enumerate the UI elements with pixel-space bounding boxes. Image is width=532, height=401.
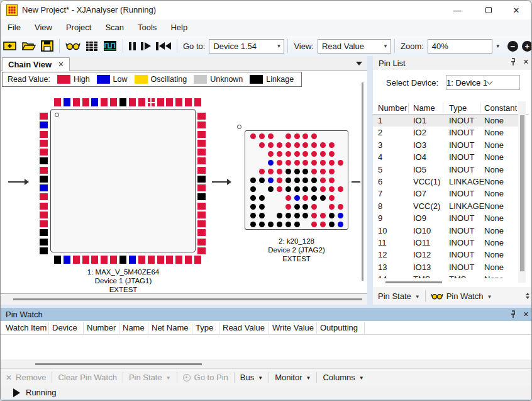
bga-ball[interactable] [285, 213, 291, 218]
chip-pin[interactable] [40, 121, 48, 128]
chip-pin[interactable] [197, 167, 206, 174]
bga-ball[interactable] [250, 222, 256, 227]
bga-ball[interactable] [250, 195, 256, 201]
chip-pin[interactable] [40, 203, 48, 210]
bga-ball[interactable] [268, 186, 274, 192]
bga-ball[interactable] [294, 160, 300, 166]
select-device-combo[interactable]: 1: Device 1 [446, 75, 520, 90]
tab-close-icon[interactable]: ✕ [58, 60, 64, 69]
bga-ball[interactable] [285, 222, 291, 227]
bga-ball[interactable] [285, 204, 291, 210]
chip-pin[interactable] [197, 113, 206, 120]
chip-pin[interactable] [73, 256, 80, 264]
chip-pin[interactable] [101, 98, 108, 106]
device1-body[interactable] [50, 109, 196, 252]
chip-pin[interactable] [40, 131, 48, 138]
bga-ball[interactable] [294, 222, 300, 227]
chip-pin[interactable] [197, 220, 206, 227]
pin-state-button[interactable]: Pin State [129, 373, 162, 382]
waveform-button[interactable] [101, 38, 119, 54]
chip-pin[interactable] [138, 256, 145, 264]
bga-ball[interactable] [250, 178, 256, 183]
table-row[interactable]: 2IO2INOUTNone [373, 127, 518, 138]
bga-ball[interactable] [268, 222, 274, 227]
new-project-button[interactable] [1, 38, 19, 54]
bga-ball[interactable] [285, 160, 291, 166]
chip-pin[interactable] [91, 98, 98, 106]
minimize-button[interactable]: — [445, 1, 470, 20]
chain-canvas[interactable]: Read Value: HighLowOscillatingUnknownLin… [1, 71, 367, 294]
chip-pin-selected[interactable] [148, 98, 155, 106]
canvas-horizontal-scrollbar[interactable] [1, 294, 367, 305]
bga-ball[interactable] [277, 160, 282, 166]
chip-pin[interactable] [138, 98, 145, 106]
monitor-button[interactable]: Monitor [275, 373, 302, 382]
bga-ball[interactable] [338, 186, 343, 192]
chip-pin[interactable] [197, 131, 206, 138]
chip-pin[interactable] [197, 184, 206, 191]
chip-pin[interactable] [40, 176, 48, 183]
tab-list-dropdown-icon[interactable] [356, 62, 362, 65]
chip-pin[interactable] [91, 256, 98, 264]
menu-tools[interactable]: Tools [131, 20, 163, 36]
chip-pin[interactable] [82, 98, 89, 106]
pin-watch-horizontal-scrollbar[interactable] [1, 359, 532, 368]
pin-list-button[interactable] [84, 38, 100, 54]
table-row[interactable]: 4IO4INOUTNone [373, 151, 518, 163]
table-row[interactable]: 7IO7INOUTNone [373, 188, 518, 200]
chip-pin[interactable] [119, 256, 126, 264]
bga-ball[interactable] [268, 169, 274, 174]
chip-pin[interactable] [175, 98, 182, 106]
pin-state-button[interactable]: Pin State [378, 291, 411, 301]
watch-button[interactable] [64, 38, 82, 54]
save-project-button[interactable] [39, 38, 55, 54]
chip-pin[interactable] [148, 256, 155, 264]
bga-ball[interactable] [294, 151, 300, 157]
chip-pin[interactable] [64, 98, 70, 106]
bga-ball[interactable] [268, 178, 274, 183]
chip-pin[interactable] [197, 212, 206, 218]
bga-ball[interactable] [259, 142, 265, 148]
chip-pin[interactable] [197, 239, 206, 246]
chip-pin[interactable] [54, 98, 61, 106]
chip-pin[interactable] [40, 113, 48, 120]
view-mode-combo[interactable]: Read Value ▼ [318, 39, 391, 54]
zoom-out-button[interactable]: − [507, 41, 518, 52]
chip-pin[interactable] [40, 220, 48, 227]
menu-view[interactable]: View [28, 20, 59, 36]
chip-pin[interactable] [40, 149, 48, 155]
bga-ball[interactable] [294, 133, 300, 139]
chip-pin[interactable] [40, 247, 48, 254]
chip-pin[interactable] [197, 121, 206, 128]
bga-ball[interactable] [268, 133, 274, 139]
goto-device-combo[interactable]: Device 1.54 ▼ [209, 39, 284, 54]
table-row[interactable]: 14TMSTMSNone [373, 273, 518, 278]
bga-ball[interactable] [285, 151, 291, 157]
menu-scan[interactable]: Scan [98, 20, 131, 36]
bga-ball[interactable] [338, 160, 343, 166]
chip-pin[interactable] [64, 256, 70, 264]
chip-pin[interactable] [129, 256, 136, 264]
bga-ball[interactable] [250, 133, 256, 139]
pin-list-horizontal-scrollbar[interactable] [385, 281, 442, 283]
chip-pin[interactable] [197, 176, 206, 183]
bga-ball[interactable] [338, 204, 343, 210]
chip-pin[interactable] [185, 256, 192, 264]
chip-pin[interactable] [40, 167, 48, 174]
bga-ball[interactable] [277, 178, 282, 183]
remove-button[interactable]: Remove [16, 373, 46, 382]
step-scan-button[interactable] [139, 38, 153, 54]
bga-ball[interactable] [294, 142, 300, 148]
bga-ball[interactable] [285, 133, 291, 139]
bus-button[interactable]: Bus [240, 373, 254, 382]
bga-ball[interactable] [294, 204, 300, 210]
bga-ball[interactable] [250, 213, 256, 218]
column-header-constant[interactable]: Constant [484, 103, 517, 113]
bga-ball[interactable] [277, 151, 282, 157]
column-header[interactable]: Device [52, 323, 77, 332]
goto-pin-button[interactable]: Go to Pin [194, 373, 228, 382]
bga-ball[interactable] [259, 195, 265, 201]
bga-ball[interactable] [338, 222, 343, 227]
bga-ball[interactable] [259, 133, 265, 139]
column-header[interactable]: Write Value [272, 323, 314, 332]
